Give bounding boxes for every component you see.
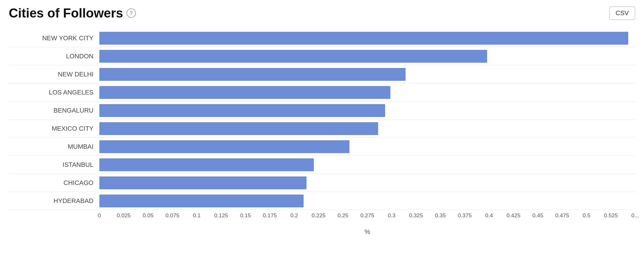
bar-track bbox=[99, 68, 635, 81]
chart-area: NEW YORK CITYLONDONNEW DELHILOS ANGELESB… bbox=[9, 29, 635, 210]
header-left: Cities of Followers ? bbox=[9, 6, 136, 20]
x-tick: 0.05 bbox=[143, 212, 153, 219]
bar-track bbox=[99, 32, 635, 45]
x-tick: 0 bbox=[98, 212, 101, 219]
x-tick: 0.45 bbox=[532, 212, 543, 219]
chart-container: NEW YORK CITYLONDONNEW DELHILOS ANGELESB… bbox=[9, 29, 635, 236]
bar-track bbox=[99, 104, 635, 117]
x-tick: 0.475 bbox=[555, 212, 569, 219]
table-row: HYDERABAD bbox=[9, 192, 635, 210]
table-row: CHICAGO bbox=[9, 174, 635, 192]
table-row: LOS ANGELES bbox=[9, 83, 635, 102]
x-tick: 0.175 bbox=[263, 212, 277, 219]
x-tick: 0.375 bbox=[458, 212, 472, 219]
bar-fill bbox=[99, 140, 349, 153]
x-tick: 0.25 bbox=[337, 212, 348, 219]
bar-label: LOS ANGELES bbox=[9, 89, 99, 96]
page-title: Cities of Followers bbox=[9, 6, 123, 20]
x-tick: 0.125 bbox=[214, 212, 228, 219]
x-tick: 0.525 bbox=[604, 212, 618, 219]
x-axis-ticks: 00.0250.050.0750.10.1250.150.1750.20.225… bbox=[99, 212, 635, 227]
x-axis: 00.0250.050.0750.10.1250.150.1750.20.225… bbox=[9, 212, 635, 227]
bar-fill bbox=[99, 158, 314, 171]
x-tick: 0.225 bbox=[311, 212, 326, 219]
bar-label: BENGALURU bbox=[9, 107, 99, 114]
bar-track bbox=[99, 176, 635, 189]
bar-label: ISTANBUL bbox=[9, 161, 99, 169]
bar-label: NEW DELHI bbox=[9, 71, 99, 78]
bar-track bbox=[99, 86, 635, 99]
bar-fill bbox=[99, 104, 385, 117]
x-tick: 0.4 bbox=[485, 212, 493, 219]
table-row: LONDON bbox=[9, 47, 635, 65]
bar-label: MUMBAI bbox=[9, 143, 99, 150]
x-tick: 0.5 bbox=[583, 212, 590, 219]
table-row: NEW YORK CITY bbox=[9, 29, 635, 47]
x-tick: 0.1 bbox=[193, 212, 200, 219]
table-row: BENGALURU bbox=[9, 102, 635, 120]
x-tick: 0.3 bbox=[388, 212, 395, 219]
x-axis-label: % bbox=[9, 228, 635, 236]
bar-fill bbox=[99, 32, 628, 45]
bar-fill bbox=[99, 176, 307, 189]
bar-fill bbox=[99, 86, 390, 99]
bar-track bbox=[99, 195, 635, 207]
bar-label: NEW YORK CITY bbox=[9, 34, 99, 42]
bar-label: MEXICO CITY bbox=[9, 125, 99, 132]
bar-fill bbox=[99, 68, 406, 81]
bar-label: LONDON bbox=[9, 52, 99, 60]
x-tick: 0.025 bbox=[117, 212, 131, 219]
x-tick: 0.325 bbox=[409, 212, 423, 219]
table-row: MEXICO CITY bbox=[9, 120, 635, 138]
bar-track bbox=[99, 122, 635, 135]
x-tick: 0.2 bbox=[290, 212, 298, 219]
table-row: MUMBAI bbox=[9, 138, 635, 156]
bar-track bbox=[99, 140, 635, 153]
bar-fill bbox=[99, 122, 378, 135]
bar-fill bbox=[99, 50, 487, 63]
bar-track bbox=[99, 50, 635, 63]
x-tick: 0.15 bbox=[240, 212, 251, 219]
page-header: Cities of Followers ? CSV bbox=[9, 6, 635, 20]
bar-label: CHICAGO bbox=[9, 179, 99, 187]
bar-label: HYDERABAD bbox=[9, 197, 99, 205]
help-icon[interactable]: ? bbox=[127, 8, 136, 18]
x-tick: 0.35 bbox=[435, 212, 446, 219]
bar-fill bbox=[99, 195, 304, 207]
bar-track bbox=[99, 158, 635, 171]
x-tick: 0.275 bbox=[360, 212, 374, 219]
table-row: NEW DELHI bbox=[9, 65, 635, 83]
x-tick: 0.425 bbox=[506, 212, 520, 219]
x-tick: 0... bbox=[631, 212, 639, 219]
csv-button[interactable]: CSV bbox=[609, 6, 635, 20]
x-tick: 0.075 bbox=[165, 212, 179, 219]
table-row: ISTANBUL bbox=[9, 156, 635, 174]
